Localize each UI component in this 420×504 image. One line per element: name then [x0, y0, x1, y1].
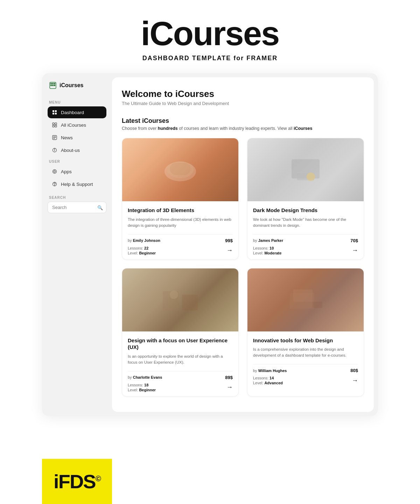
course-meta-col-2: Lessons: 10 Level: Moderate: [253, 246, 281, 255]
course-meta-row-4: Lessons: 14 Level: Advanced →: [253, 376, 358, 385]
section-desc-middle: of courses and learn with industry leadi…: [178, 126, 294, 131]
svg-rect-7: [52, 125, 54, 127]
dashboard-label: Dashboard: [61, 110, 84, 115]
course-arrow-4[interactable]: →: [352, 377, 358, 384]
course-author-2: by James Parker: [253, 238, 283, 243]
section-title: Latest iCourses: [122, 117, 364, 125]
course-arrow-2[interactable]: →: [352, 247, 358, 254]
menu-section-label: MENU: [48, 100, 106, 104]
user-section-label: USER: [48, 160, 106, 163]
course-card-4[interactable]: Innovative tools for Web Design Is a com…: [247, 268, 364, 397]
course-title-2: Dark Mode Design Trends: [253, 207, 358, 214]
grid-icon: [52, 122, 57, 128]
branding-bar: iFDS©: [42, 459, 112, 504]
course-author-row-2: by James Parker 70$: [253, 234, 358, 243]
svg-point-15: [54, 149, 55, 149]
sidebar-logo: iCourses: [48, 82, 106, 89]
apps-icon: [52, 169, 57, 174]
course-title-1: Integration of 3D Elements: [128, 207, 233, 214]
course-body-3: Design with a focus on User Experience (…: [122, 331, 238, 396]
svg-point-25: [307, 173, 315, 181]
course-thumbnail-2: [247, 138, 364, 201]
course-meta-col-4: Lessons: 14 Level: Advanced: [253, 376, 283, 385]
course-lessons-2: Lessons: 10: [253, 246, 281, 250]
apps-label: Apps: [61, 169, 72, 174]
course-meta-row-1: Lessons: 22 Level: Beginner →: [128, 246, 233, 255]
course-title-3: Design with a focus on User Experience (…: [128, 337, 233, 351]
course-desc-4: Is a comprehensive exploration into the …: [253, 346, 358, 359]
course-level-1: Level: Beginner: [128, 251, 156, 255]
svg-rect-8: [55, 125, 57, 127]
course-arrow-3[interactable]: →: [226, 384, 233, 391]
help-icon: [52, 181, 57, 187]
svg-rect-4: [55, 113, 57, 114]
section-desc-bold: hundreds: [158, 126, 178, 131]
welcome-title: Welcome to iCourses: [122, 89, 364, 99]
course-author-3: by Charlotte Evans: [128, 375, 162, 379]
search-icon: 🔍: [97, 205, 103, 210]
course-body-1: Integration of 3D Elements The integrati…: [122, 201, 238, 259]
sidebar-item-all-icourses[interactable]: All iCourses: [48, 119, 106, 131]
course-lessons-3: Lessons: 18: [128, 383, 156, 387]
course-author-4: by William Hughes: [253, 369, 287, 373]
course-price-3: 89$: [225, 375, 233, 380]
search-section-label: SEARCH: [48, 196, 106, 200]
course-card-2[interactable]: Dark Mode Design Trends We look at how "…: [247, 138, 364, 260]
sidebar-item-apps[interactable]: Apps: [48, 166, 106, 177]
dashboard-icon: [52, 110, 57, 115]
course-thumbnail-1: [122, 138, 238, 201]
svg-rect-2: [55, 110, 57, 112]
about-icon: [52, 147, 57, 153]
course-price-1: 99$: [225, 238, 233, 243]
svg-point-16: [53, 170, 57, 174]
course-body-2: Dark Mode Design Trends We look at how "…: [247, 201, 364, 259]
course-lessons-1: Lessons: 22: [128, 246, 156, 250]
course-meta-row-2: Lessons: 10 Level: Moderate →: [253, 246, 358, 255]
main-content: Welcome to iCourses The Ultimate Guide t…: [112, 77, 374, 412]
course-lessons-4: Lessons: 14: [253, 376, 283, 380]
course-level-4: Level: Advanced: [253, 381, 283, 385]
section-desc: Choose from over hundreds of courses and…: [122, 126, 364, 131]
course-meta-col-3: Lessons: 18 Level: Beginner: [128, 383, 156, 392]
courses-grid: Integration of 3D Elements The integrati…: [122, 138, 364, 397]
svg-rect-31: [313, 302, 322, 308]
svg-rect-1: [52, 110, 54, 112]
sidebar-item-about-us[interactable]: About-us: [48, 144, 106, 156]
svg-point-28: [170, 290, 178, 299]
course-level-3: Level: Beginner: [128, 388, 156, 392]
page-header: iCourses DASHBOARD TEMPLATE for FRAMER: [0, 0, 420, 73]
logo-icon: [49, 82, 57, 89]
course-card-3[interactable]: Design with a focus on User Experience (…: [122, 268, 239, 397]
course-arrow-1[interactable]: →: [226, 247, 233, 254]
sidebar-item-news[interactable]: News: [48, 132, 106, 144]
svg-point-19: [54, 185, 55, 185]
svg-rect-22: [170, 163, 191, 175]
about-us-label: About-us: [61, 148, 80, 153]
all-icourses-label: All iCourses: [61, 122, 86, 128]
course-desc-3: Is an opportunity to explore the world o…: [128, 354, 233, 366]
course-body-4: Innovative tools for Web Design Is a com…: [247, 331, 364, 390]
help-support-label: Help & Support: [61, 182, 93, 187]
dashboard-container: iCourses MENU Dashboard: [42, 73, 378, 416]
course-author-row-1: by Emily Johnson 99$: [128, 234, 233, 243]
sidebar-item-help-support[interactable]: Help & Support: [48, 178, 106, 190]
course-meta-row-3: Lessons: 18 Level: Beginner →: [128, 383, 233, 392]
sidebar: iCourses MENU Dashboard: [42, 73, 112, 416]
news-label: News: [61, 135, 73, 140]
svg-point-17: [54, 171, 56, 173]
page-title: iCourses: [0, 17, 420, 50]
course-card-1[interactable]: Integration of 3D Elements The integrati…: [122, 138, 239, 260]
svg-rect-3: [52, 113, 54, 114]
course-price-4: 80$: [350, 368, 358, 373]
svg-rect-6: [55, 123, 57, 125]
sidebar-logo-text: iCourses: [59, 82, 83, 89]
section-desc-link[interactable]: iCourses: [294, 126, 313, 131]
course-desc-2: We look at how "Dark Mode" has become on…: [253, 217, 358, 229]
course-level-2: Level: Moderate: [253, 251, 281, 255]
sidebar-item-dashboard[interactable]: Dashboard: [48, 106, 106, 118]
news-icon: [52, 135, 57, 140]
course-author-row-3: by Charlotte Evans 89$: [128, 371, 233, 380]
course-meta-col-1: Lessons: 22 Level: Beginner: [128, 246, 156, 255]
course-desc-1: The integration of three-dimensional (3D…: [128, 217, 233, 229]
search-box: 🔍: [48, 202, 106, 213]
